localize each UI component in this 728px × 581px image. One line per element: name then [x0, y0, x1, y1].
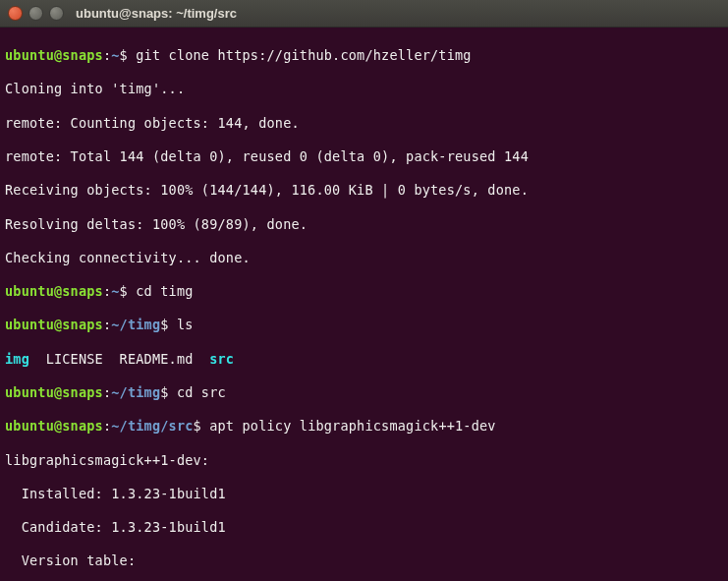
prompt-line: ubuntu@snaps:~/timg/src$ apt policy libg… [5, 418, 723, 435]
dollar: $ [120, 283, 137, 299]
close-icon[interactable] [8, 6, 23, 21]
dir-name: src [209, 351, 234, 367]
output-line: Version table: [5, 552, 723, 569]
user-host: ubuntu@snaps [5, 317, 103, 332]
terminal-output[interactable]: ubuntu@snaps:~$ git clone https://github… [0, 28, 728, 581]
output-line: remote: Counting objects: 144, done. [5, 115, 723, 132]
cwd: ~ [111, 283, 119, 299]
dollar: $ [194, 418, 210, 434]
output-line: Checking connectivity... done. [5, 250, 723, 266]
output-line: Receiving objects: 100% (144/144), 116.0… [5, 182, 723, 199]
output-line: Candidate: 1.3.23-1build1 [5, 519, 723, 536]
cwd: ~/timg [111, 317, 160, 332]
user-host: ubuntu@snaps [5, 47, 103, 63]
output-line: Resolving deltas: 100% (89/89), done. [5, 216, 723, 233]
titlebar: ubuntu@snaps: ~/timg/src [0, 0, 728, 28]
command-text: apt policy libgraphicsmagick++1-dev [209, 418, 495, 434]
dollar: $ [120, 47, 137, 63]
ls-output: img LICENSE README.md src [5, 351, 723, 368]
maximize-icon[interactable] [49, 6, 64, 21]
minimize-icon[interactable] [28, 6, 43, 21]
command-text: git clone https://github.com/hzeller/tim… [136, 47, 471, 63]
dir-name: img [5, 351, 29, 367]
output-line: remote: Total 144 (delta 0), reused 0 (d… [5, 148, 723, 165]
user-host: ubuntu@snaps [5, 283, 103, 299]
output-line: Installed: 1.3.23-1build1 [5, 486, 723, 502]
command-text: ls [177, 317, 194, 332]
prompt-line: ubuntu@snaps:~/timg$ cd src [5, 384, 723, 401]
window-title: ubuntu@snaps: ~/timg/src [76, 6, 237, 21]
window-controls [8, 6, 64, 21]
command-text: cd src [177, 384, 226, 400]
output-line: Cloning into 'timg'... [5, 81, 723, 97]
dollar: $ [160, 384, 177, 400]
cwd: ~/timg/src [111, 418, 193, 434]
cwd: ~ [111, 47, 119, 63]
command-text: cd timg [136, 283, 193, 299]
cwd: ~/timg [111, 384, 160, 400]
user-host: ubuntu@snaps [5, 384, 103, 400]
dollar: $ [160, 317, 177, 332]
prompt-line: ubuntu@snaps:~$ git clone https://github… [5, 47, 723, 64]
user-host: ubuntu@snaps [5, 418, 103, 434]
output-line: libgraphicsmagick++1-dev: [5, 452, 723, 469]
file-names: LICENSE README.md [29, 351, 209, 367]
prompt-line: ubuntu@snaps:~/timg$ ls [5, 317, 723, 333]
prompt-line: ubuntu@snaps:~$ cd timg [5, 283, 723, 300]
